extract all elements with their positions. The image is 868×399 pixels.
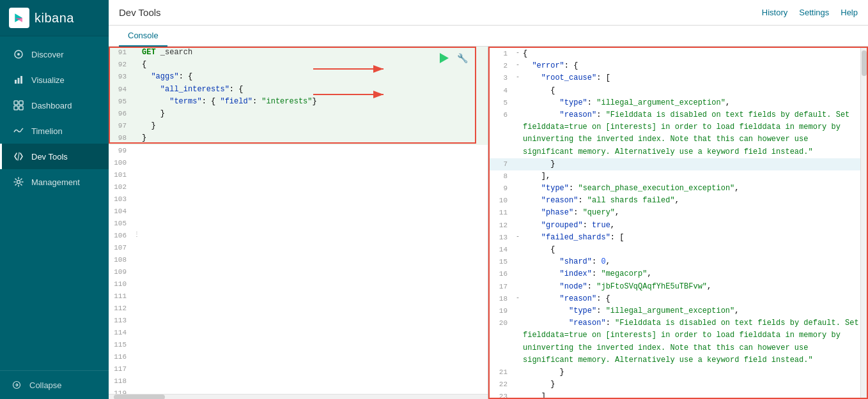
editor-line-101: 101 <box>109 169 488 181</box>
editor-line-113: 113 <box>109 315 488 327</box>
response-line-7: 7 } <box>490 158 867 170</box>
editor-line-96: 96 } <box>109 108 488 120</box>
timelion-icon <box>12 124 25 137</box>
editor-line-103: 103 <box>109 193 488 206</box>
devtools-icon <box>12 150 25 163</box>
editor-line-93: 93 "aggs": { <box>109 71 488 83</box>
main-content: Dev Tools History Settings Help Console … <box>109 0 868 399</box>
svg-rect-4 <box>20 76 22 84</box>
dashboard-icon <box>12 99 25 112</box>
response-line-22: 22 } <box>490 379 867 391</box>
sidebar: kibana Discover Visualize <box>0 0 109 399</box>
editor-line-105: 105 <box>109 218 488 230</box>
editor-line-116: 116 <box>109 351 488 363</box>
editor-line-119: 119 <box>109 388 488 395</box>
sidebar-item-dashboard[interactable]: Dashboard <box>0 93 109 118</box>
topbar-actions: History Settings Help <box>762 8 858 17</box>
editor-line-118: 118 <box>109 375 488 388</box>
response-line-18: 18 - "reason": { <box>490 293 867 305</box>
response-line-8: 8 ], <box>490 170 867 183</box>
response-line-12: 12 "grouped": true, <box>490 220 867 232</box>
editor-line-91: 91 GET _search <box>109 47 488 59</box>
svg-rect-5 <box>14 101 18 105</box>
response-line-16: 16 "index": "megacorp", <box>490 268 867 280</box>
sidebar-item-discover[interactable]: Discover <box>0 41 109 67</box>
response-line-13: 13 - "failed_shards": [ <box>490 232 867 244</box>
sidebar-item-visualize-label: Visualize <box>31 75 65 85</box>
history-link[interactable]: History <box>762 8 787 17</box>
response-line-15: 15 "shard": 0, <box>490 256 867 268</box>
page-title: Dev Tools <box>119 7 161 18</box>
tab-bar: Console <box>109 26 868 47</box>
response-line-20: 20 "reason": "Fielddata is disabled on t… <box>490 317 867 366</box>
sidebar-nav: Discover Visualize Dashboar <box>0 36 109 370</box>
wrench-button[interactable]: 🔧 <box>454 50 470 66</box>
sidebar-item-devtools-label: Dev Tools <box>31 152 68 162</box>
svg-rect-7 <box>14 106 18 110</box>
svg-rect-2 <box>15 80 17 84</box>
editor-line-110: 110 <box>109 278 488 290</box>
editor-line-109: 109 <box>109 266 488 278</box>
editor-line-112: 112 <box>109 303 488 315</box>
editor-line-114: 114 <box>109 327 488 339</box>
sidebar-item-dashboard-label: Dashboard <box>31 101 72 110</box>
editor-line-95: 95 "terms": { "field": "interests"} <box>109 96 488 108</box>
kibana-logo-text: kibana <box>35 11 74 26</box>
response-line-2: 2 - "error": { <box>490 60 867 72</box>
editor-line-115: 115 <box>109 339 488 351</box>
sidebar-item-visualize[interactable]: Visualize <box>0 67 109 93</box>
editor-line-107: 107 <box>109 242 488 254</box>
management-icon <box>12 176 25 188</box>
svg-rect-3 <box>18 78 20 84</box>
help-link[interactable]: Help <box>841 8 858 17</box>
run-button[interactable] <box>437 50 452 66</box>
editor-line-98: 98 } <box>109 132 488 144</box>
svg-rect-8 <box>19 106 23 110</box>
svg-rect-6 <box>19 101 23 105</box>
editor-line-92: 92 { <box>109 59 488 71</box>
response-line-3: 3 - "root_cause": [ <box>490 72 867 84</box>
sidebar-item-management[interactable]: Management <box>0 169 109 195</box>
editor-line-94: 94 "all_interests": { <box>109 84 488 96</box>
response-line-6: 6 "reason": "Fielddata is disabled on te… <box>490 109 867 158</box>
editor-line-102: 102 <box>109 181 488 193</box>
response-line-17: 17 "node": "jbFtoSVqQAqfYhE5uTBFvw", <box>490 281 867 293</box>
editor-line-108: 108 <box>109 254 488 266</box>
collapse-icon <box>10 379 23 391</box>
response-line-11: 11 "phase": "query", <box>490 207 867 219</box>
editor-line-111: 111 <box>109 290 488 303</box>
response-line-21: 21 } <box>490 366 867 379</box>
response-code-area[interactable]: 1 - { 2 - "error": { 3 - "root_cause": [… <box>490 48 867 398</box>
editor-hscrollbar[interactable] <box>109 394 488 399</box>
editor-line-100: 100 <box>109 157 488 169</box>
sidebar-item-timelion-label: Timelion <box>31 126 63 136</box>
topbar: Dev Tools History Settings Help <box>109 0 868 26</box>
discover-icon <box>12 48 25 61</box>
sidebar-item-devtools[interactable]: Dev Tools <box>0 144 109 169</box>
response-line-14: 14 { <box>490 244 867 256</box>
response-line-10: 10 "reason": "all shards failed", <box>490 195 867 207</box>
svg-point-1 <box>17 53 20 56</box>
logo: kibana <box>0 0 109 36</box>
collapse-button[interactable]: Collapse <box>0 370 109 399</box>
editor-code-area[interactable]: 91 GET _search 92 { 93 "aggs": { 94 <box>109 47 488 394</box>
devtools-content: 🔧 91 GET _search <box>109 47 868 399</box>
response-line-9: 9 "type": "search_phase_execution_except… <box>490 183 867 195</box>
editor-line-99: 99 <box>109 145 488 157</box>
visualize-icon <box>12 73 25 86</box>
sidebar-item-timelion[interactable]: Timelion <box>0 118 109 144</box>
editor-line-117: 117 <box>109 363 488 375</box>
tab-console[interactable]: Console <box>119 26 167 47</box>
editor-toolbar: 🔧 <box>437 50 470 66</box>
editor-line-106: 106 ⋮ <box>109 230 488 242</box>
editor-line-104: 104 <box>109 206 488 218</box>
sidebar-item-discover-label: Discover <box>31 50 64 59</box>
sidebar-item-management-label: Management <box>31 177 80 187</box>
collapse-label: Collapse <box>29 380 62 390</box>
response-vscrollbar[interactable] <box>860 48 867 398</box>
editor-line-97: 97 } <box>109 120 488 132</box>
kibana-logo-icon <box>9 8 29 28</box>
svg-point-9 <box>17 181 20 184</box>
settings-link[interactable]: Settings <box>799 8 829 17</box>
response-line-4: 4 { <box>490 85 867 97</box>
